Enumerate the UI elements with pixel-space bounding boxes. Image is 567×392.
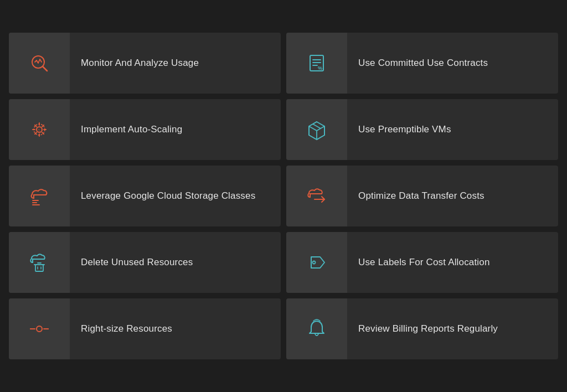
monitor-icon — [27, 51, 51, 75]
icon-area-transfer — [286, 166, 347, 226]
icon-area-labels — [286, 232, 347, 293]
card-right-size[interactable]: Right-size Resources — [9, 298, 281, 359]
icon-area-storage — [9, 166, 70, 226]
card-label-transfer: Optimize Data Transfer Costs — [347, 181, 496, 212]
cloud-transfer-icon — [305, 184, 329, 208]
svg-line-10 — [309, 126, 317, 131]
card-label-billing: Review Billing Reports Regularly — [347, 314, 509, 344]
card-committed-use[interactable]: % Use Committed Use Contracts — [286, 33, 558, 94]
svg-point-24 — [37, 326, 42, 332]
icon-area-billing — [286, 298, 347, 359]
card-label-scaling: Implement Auto-Scaling — [70, 115, 193, 145]
icon-area-committed: % — [286, 33, 347, 94]
icon-area-scaling: ↑ — [9, 99, 70, 160]
card-label-storage: Leverage Google Cloud Storage Classes — [70, 181, 266, 212]
card-delete-unused[interactable]: Delete Unused Resources — [9, 232, 281, 293]
cloud-delete-icon — [27, 250, 51, 275]
icon-area-delete — [9, 232, 70, 293]
card-label-preemptible: Use Preemptible VMs — [347, 115, 462, 145]
resize-icon — [27, 317, 51, 341]
cloud-storage-icon — [27, 184, 51, 208]
card-monitor-analyze[interactable]: Monitor And Analyze Usage — [9, 33, 281, 94]
card-transfer[interactable]: Optimize Data Transfer Costs — [286, 166, 558, 226]
icon-area-preemptible — [286, 99, 347, 160]
box-icon — [305, 117, 329, 142]
main-grid: Monitor And Analyze Usage % Use Committe… — [0, 24, 567, 368]
gear-icon: ↑ — [27, 117, 51, 142]
card-label-labels: Use Labels For Cost Allocation — [347, 247, 501, 278]
card-billing[interactable]: Review Billing Reports Regularly — [286, 298, 558, 359]
card-storage-classes[interactable]: Leverage Google Cloud Storage Classes — [9, 166, 281, 226]
svg-point-23 — [313, 261, 316, 264]
card-label-committed: Use Committed Use Contracts — [347, 48, 499, 79]
svg-text:↑: ↑ — [38, 127, 40, 133]
svg-text:%: % — [318, 65, 322, 71]
svg-line-13 — [313, 124, 321, 128]
card-preemptible[interactable]: Use Preemptible VMs — [286, 99, 558, 160]
icon-area-monitor — [9, 33, 70, 94]
icon-area-rightsize — [9, 298, 70, 359]
contract-icon: % — [305, 51, 329, 75]
card-auto-scaling[interactable]: ↑ Implement Auto-Scaling — [9, 99, 281, 160]
card-label-monitor: Monitor And Analyze Usage — [70, 48, 210, 79]
bell-icon — [305, 317, 329, 341]
label-icon — [305, 250, 329, 275]
card-label-delete: Delete Unused Resources — [70, 247, 204, 278]
card-label-rightsize: Right-size Resources — [70, 314, 183, 344]
card-labels[interactable]: Use Labels For Cost Allocation — [286, 232, 558, 293]
svg-rect-18 — [35, 265, 43, 271]
